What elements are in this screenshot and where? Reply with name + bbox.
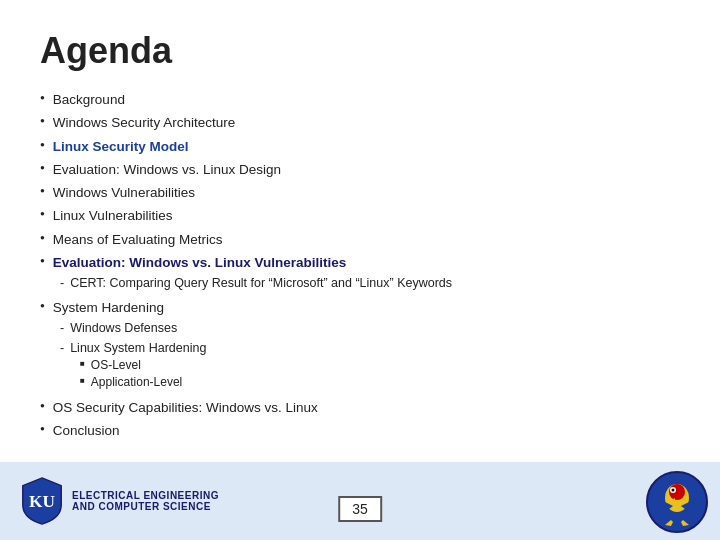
sub-list-item: - CERT: Comparing Query Result for “Micr… — [60, 274, 452, 292]
item-text: System Hardening — [53, 298, 164, 318]
sub-sub-item-text: Application-Level — [91, 374, 182, 391]
bullet-icon: ● — [40, 91, 45, 105]
item-text: Means of Evaluating Metrics — [53, 230, 223, 250]
dash-icon: - — [60, 339, 64, 357]
list-item: ● Background — [40, 90, 680, 110]
dept-line2: AND COMPUTER SCIENCE — [72, 501, 219, 512]
item-text: OS Security Capabilities: Windows vs. Li… — [53, 398, 318, 418]
slide-content: Agenda ● Background ● Windows Security A… — [40, 30, 680, 442]
sub-item-text: CERT: Comparing Query Result for “Micros… — [70, 274, 452, 292]
item-text: Windows Vulnerabilities — [53, 183, 195, 203]
sub-sub-list-item: ■ Application-Level — [80, 374, 182, 391]
sub-list: - Windows Defenses - Linux System Harden… — [40, 319, 206, 393]
list-item: ● Evaluation: Windows vs. Linux Vulnerab… — [40, 253, 680, 295]
agenda-list: ● Background ● Windows Security Architec… — [40, 90, 680, 442]
list-item: ● Evaluation: Windows vs. Linux Design — [40, 160, 680, 180]
list-item: ● Windows Security Architecture — [40, 113, 680, 133]
sub-list-item: - Linux System Hardening ■ OS-Level ■ Ap… — [60, 339, 206, 393]
sub-list: - CERT: Comparing Query Result for “Micr… — [40, 274, 452, 293]
sub-sub-list: ■ OS-Level ■ Application-Level — [60, 357, 182, 393]
list-item: ● Linux Security Model — [40, 137, 680, 157]
svg-text:KU: KU — [29, 492, 55, 511]
bullet-icon: ● — [40, 161, 45, 175]
square-icon: ■ — [80, 357, 85, 371]
ku-logo: KU ELECTRICAL ENGINEERING AND COMPUTER S… — [20, 476, 219, 526]
item-text: Windows Security Architecture — [53, 113, 235, 133]
bullet-icon: ● — [40, 138, 45, 152]
sub-item-text: Windows Defenses — [70, 319, 177, 337]
sub-list-item: - Windows Defenses — [60, 319, 206, 337]
sub-item-text: Linux System Hardening — [70, 339, 206, 357]
sub-sub-item-text: OS-Level — [91, 357, 141, 374]
item-text: Conclusion — [53, 421, 120, 441]
svg-point-5 — [672, 489, 675, 492]
list-item: ● Means of Evaluating Metrics — [40, 230, 680, 250]
ku-department: ELECTRICAL ENGINEERING AND COMPUTER SCIE… — [72, 490, 219, 512]
bullet-icon: ● — [40, 254, 45, 268]
ku-shield-icon: KU — [20, 476, 64, 526]
item-text: Linux Vulnerabilities — [53, 206, 173, 226]
slide: Agenda ● Background ● Windows Security A… — [0, 0, 720, 540]
list-item: ● Windows Vulnerabilities — [40, 183, 680, 203]
list-item: ● System Hardening - Windows Defenses - … — [40, 298, 680, 395]
list-item: ● Linux Vulnerabilities — [40, 206, 680, 226]
square-icon: ■ — [80, 374, 85, 388]
bullet-icon: ● — [40, 114, 45, 128]
ku-mascot-icon — [645, 470, 710, 535]
bullet-icon: ● — [40, 184, 45, 198]
sub-sub-list-item: ■ OS-Level — [80, 357, 182, 374]
slide-title: Agenda — [40, 30, 680, 72]
bullet-icon: ● — [40, 231, 45, 245]
page-number: 35 — [338, 496, 382, 522]
bullet-icon: ● — [40, 207, 45, 221]
item-text-highlighted: Evaluation: Windows vs. Linux Vulnerabil… — [53, 253, 346, 273]
dept-line1: ELECTRICAL ENGINEERING — [72, 490, 219, 501]
bullet-icon: ● — [40, 399, 45, 413]
list-item: ● OS Security Capabilities: Windows vs. … — [40, 398, 680, 418]
item-text-highlighted: Linux Security Model — [53, 137, 189, 157]
bullet-icon: ● — [40, 299, 45, 313]
item-text: Evaluation: Windows vs. Linux Design — [53, 160, 281, 180]
bullet-icon: ● — [40, 422, 45, 436]
dash-icon: - — [60, 319, 64, 337]
item-text: Background — [53, 90, 125, 110]
dash-icon: - — [60, 274, 64, 292]
list-item: ● Conclusion — [40, 421, 680, 441]
